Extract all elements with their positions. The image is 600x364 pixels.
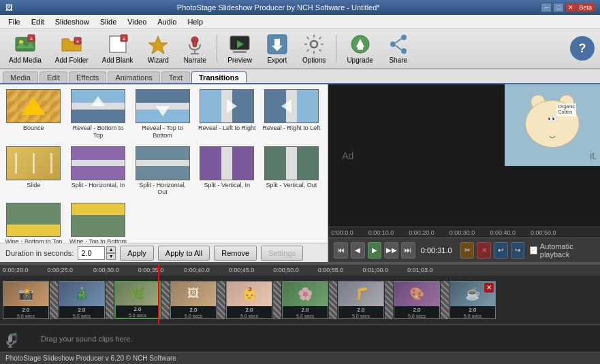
prev-frame-button[interactable]: ◀ — [351, 242, 365, 259]
narrate-button[interactable]: Narrate — [177, 30, 212, 67]
clip-9[interactable]: ☕ 2.0 5.0 secs ✕ — [449, 281, 496, 319]
add-media-button[interactable]: + Add Media — [3, 30, 48, 67]
transition-reveal-rtol-thumb — [264, 89, 319, 123]
clip-9-delete[interactable]: ✕ — [484, 283, 494, 293]
playhead: ▼ — [158, 265, 159, 276]
upgrade-icon — [349, 33, 371, 55]
close-button[interactable]: ✕ — [565, 3, 576, 12]
transition-bounce[interactable]: Bounce — [3, 87, 65, 142]
clip-8[interactable]: 🎨 2.0 5.0 secs — [394, 281, 440, 319]
tab-transitions[interactable]: Transitions — [191, 71, 247, 83]
transition-wipe-tt-thumb — [71, 203, 125, 237]
settings-button[interactable]: Settings — [261, 246, 303, 261]
menu-help[interactable]: Help — [182, 16, 208, 27]
app-icon: 🖼 — [5, 3, 13, 12]
clip-1[interactable]: 📸 2.0 5.0 secs — [3, 281, 49, 319]
preview-label: Preview — [227, 56, 252, 64]
apply-all-button[interactable]: Apply to All — [158, 246, 210, 261]
transition-reveal-rtol-label: Reveal - Right to Left — [263, 125, 321, 132]
cut-button[interactable]: ✂ — [460, 242, 475, 259]
remove-button[interactable]: Remove — [214, 246, 257, 261]
svg-point-23 — [401, 48, 407, 54]
options-button[interactable]: Options — [296, 30, 332, 67]
tab-animations[interactable]: Animations — [108, 71, 159, 83]
tab-media[interactable]: Media — [3, 71, 38, 83]
add-folder-icon: + — [61, 33, 82, 55]
tab-effects[interactable]: Effects — [69, 71, 106, 83]
add-media-label: Add Media — [9, 56, 42, 64]
menu-slide[interactable]: Slide — [95, 16, 122, 27]
transitions-grid-container: Bounce Reveal - Bottom to Top — [0, 84, 328, 243]
window-controls: ─ □ ✕ — [541, 3, 576, 12]
auto-playback-container: ✓ Automatic playback — [530, 242, 595, 259]
clip-6[interactable]: 🌸 2.0 5.0 secs — [282, 281, 328, 319]
svg-rect-15 — [233, 51, 247, 53]
maximize-button[interactable]: □ — [553, 3, 564, 12]
preview-button[interactable]: Preview — [221, 30, 258, 67]
menu-video[interactable]: Video — [122, 16, 152, 27]
transition-split-hout[interactable]: Split - Horizontal, Out — [131, 144, 193, 199]
preview-mark-6: 0:00:50.0 — [531, 229, 556, 236]
clip-2[interactable]: 🎄 2.0 5.0 secs — [59, 281, 105, 319]
clip-7[interactable]: 🦵 2.0 5.0 secs — [338, 281, 384, 319]
clip-5[interactable]: 👶 2.0 5.0 secs — [226, 281, 272, 319]
tab-text[interactable]: Text — [161, 71, 190, 83]
preview-mark-3: 0:00:20.0 — [409, 229, 435, 236]
auto-playback-checkbox[interactable]: ✓ — [530, 246, 537, 254]
tab-edit[interactable]: Edit — [40, 71, 67, 83]
options-label: Options — [302, 56, 326, 64]
ruler-mark-9: 0:01;00.0 — [362, 267, 388, 274]
transition-reveal-btot-thumb — [71, 89, 125, 123]
ruler-mark-7: 0:00;50.0 — [273, 267, 299, 274]
play-button[interactable]: ▶ — [368, 242, 382, 259]
skip-to-end-button[interactable]: ⏭ — [401, 242, 415, 259]
menu-edit[interactable]: Edit — [26, 16, 50, 27]
svg-rect-31 — [8, 335, 12, 342]
trans-marker-3 — [161, 281, 170, 319]
toolbar: + Add Media + Add Folder + Add Blank — [0, 29, 600, 69]
transition-wipe-bt[interactable]: Wipe - Bottom to Top — [3, 201, 65, 243]
audio-placeholder: Drag your sound clips here. — [41, 335, 133, 343]
ruler-mark-5: 0:00;40.0 — [184, 267, 210, 274]
transition-wipe-tt[interactable]: Wipe - Top to Bottom — [67, 201, 129, 243]
transition-reveal-ttob[interactable]: Reveal - Top to Bottom — [131, 87, 193, 142]
minimize-button[interactable]: ─ — [541, 3, 552, 12]
svg-rect-10 — [193, 40, 197, 47]
next-frame-button[interactable]: ▶▶ — [384, 242, 398, 259]
upgrade-label: Upgrade — [347, 56, 373, 64]
delete-button[interactable]: ✕ — [477, 242, 491, 259]
redo-button[interactable]: ↪ — [511, 242, 525, 259]
skip-to-start-button[interactable]: ⏮ — [334, 242, 348, 259]
duration-input[interactable] — [78, 246, 105, 260]
clip-3[interactable]: 🌿 2.0 5.0 secs — [114, 281, 161, 319]
help-button[interactable]: ? — [570, 36, 595, 61]
undo-button[interactable]: ↩ — [494, 242, 508, 259]
trans-marker-8 — [441, 281, 449, 319]
toolbar-sep-2 — [336, 35, 336, 62]
transition-reveal-btot[interactable]: Reveal - Bottom to Top — [67, 87, 129, 142]
add-folder-button[interactable]: + Add Folder — [49, 30, 95, 67]
preview-icon — [229, 33, 251, 55]
ruler-mark-6: 0:00;45.0 — [229, 267, 255, 274]
add-blank-button[interactable]: + Add Blank — [96, 30, 140, 67]
menu-file[interactable]: File — [3, 16, 26, 27]
transition-slide[interactable]: Slide — [3, 144, 65, 199]
share-button[interactable]: Share — [381, 30, 416, 67]
transition-split-vout[interactable]: Split - Vertical, Out — [261, 144, 323, 199]
wizard-button[interactable]: Wizard — [140, 30, 176, 67]
export-button[interactable]: Export — [259, 30, 295, 67]
menu-audio[interactable]: Audio — [152, 16, 182, 27]
duration-down-button[interactable]: ▼ — [106, 253, 116, 260]
transition-split-vin[interactable]: Split - Vertical, In — [196, 144, 258, 199]
duration-up-button[interactable]: ▲ — [106, 246, 116, 253]
transition-slide-label: Slide — [27, 182, 40, 189]
upgrade-button[interactable]: Upgrade — [341, 30, 379, 67]
transition-reveal-rtol[interactable]: Reveal - Right to Left — [261, 87, 323, 142]
status-text: PhotoStage Slideshow Producer v 6.20 © N… — [5, 354, 176, 362]
transition-reveal-ltor[interactable]: Reveal - Left to Right — [196, 87, 258, 142]
menu-slideshow[interactable]: Slideshow — [50, 16, 95, 27]
clip-4[interactable]: 🖼 2.0 5.0 secs — [170, 281, 217, 319]
transition-split-hin[interactable]: Split - Horizontal, In — [67, 144, 129, 199]
apply-button[interactable]: Apply — [120, 246, 154, 261]
narrate-label: Narrate — [184, 56, 206, 64]
